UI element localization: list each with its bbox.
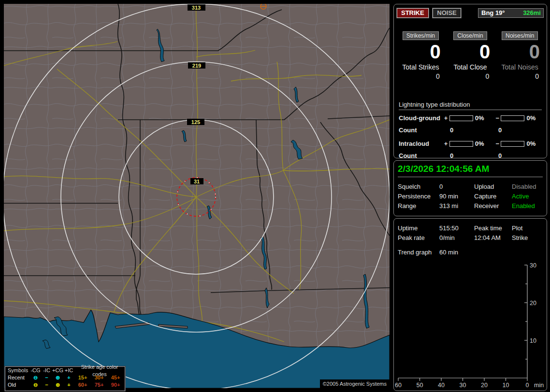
trend-graph-window: 60 min [439,248,474,257]
ring-label-125: 125 [191,119,200,125]
plot-label: Plot [512,224,544,233]
x-tick-30: 30 [460,382,466,389]
bearing-display: Bng 19° 326mi [478,8,544,18]
cg-minus-bar [501,115,524,121]
persistence-label: Persistence [398,192,439,201]
status-panel: STRIKE NOISE Bng 19° 326mi Strikes/min 0… [393,0,547,392]
capture-status: Active [512,192,544,201]
upload-status: Disabled [512,182,544,192]
cg-plus-pct: 0% [475,114,491,122]
close-per-min-value: 0 [446,41,495,62]
y-tick-20: 20 [530,300,536,307]
age-code-15: 15+ [74,374,91,381]
range-label: Range [398,201,439,211]
age-code-75: 75+ [91,381,107,389]
distribution-title: Lightning type distribution [399,101,542,110]
datetime-display: 2/3/2026 12:04:56 AM [398,164,543,177]
legend-header-neg-ic: -IC [41,367,52,374]
old-pos-cg-icon: ⊕ [52,381,63,389]
trend-box: Uptime 515:50 Peak time Plot Peak rate 0… [393,218,547,391]
x-tick-50: 50 [417,382,423,389]
strikes-per-min-chip: Strikes/min [403,31,439,40]
peak-rate-label: Peak rate [398,233,439,243]
cg-plus-count: 0 [450,126,498,134]
y-tick-30: 30 [530,263,536,269]
old-neg-ic-icon: − [41,381,52,389]
settings-row: Persistence 90 min Capture Active [398,192,544,201]
ic-plus-pct: 0% [475,140,491,147]
bearing-range-value: 326mi [523,9,541,17]
copyright-text: ©2005 Astrogenic Systems [320,379,390,388]
capture-label: Capture [474,192,512,201]
legend-header-pos-ic: +IC [63,367,74,374]
age-code-60: 60+ [74,381,91,389]
legend-row-recent-label: Recent [5,374,30,381]
legend-header-neg-cg: -CG [30,367,41,374]
ic-plus-bar [449,141,473,147]
lightning-map: 313 219 125 31 Symbols -CG -IC +CG +IC S… [4,4,390,388]
total-close-value: 0 [446,72,495,80]
total-strikes-label: Total Strikes [396,63,446,71]
noises-per-min-chip: Noises/min [502,31,538,40]
peak-time-value: 12:04 AM [474,233,512,243]
x-tick-10: 10 [503,382,509,389]
squelch-label: Squelch [398,182,439,192]
x-tick-20: 20 [481,382,488,389]
noises-per-min-column: Noises/min 0 Total Noises 0 [495,31,545,80]
lightning-distribution-section: Lightning type distribution Cloud-ground… [399,101,542,161]
ic-minus-pct: 0% [526,140,542,147]
x-tick-60: 60 [395,382,402,389]
ic-minus-bar [501,141,524,147]
cg-minus-pct: 0% [526,114,542,122]
recent-pos-ic-icon: + [63,374,74,381]
uptime-value: 515:50 [439,224,474,233]
bearing-value: Bng 19° [481,9,505,17]
cg-count-label: Count [399,126,450,134]
old-neg-cg-icon: ⊖ [30,381,41,389]
age-code-45: 45+ [107,374,124,381]
y-tick-10: 10 [530,337,536,344]
ic-minus-count: 0 [498,152,537,159]
status-row: Peak rate 0/min 12:04 AM Strike [398,233,544,243]
strikes-per-min-column: Strikes/min 0 Total Strikes 0 [396,31,446,80]
ring-label-31: 31 [194,179,200,184]
strike-toggle-button[interactable]: STRIKE [397,8,429,18]
receiver-label: Receiver [474,201,512,211]
noise-toggle-button[interactable]: NOISE [433,8,461,18]
uptime-label: Uptime [398,224,439,233]
old-pos-ic-icon: + [63,381,74,389]
legend-header-pos-cg: +CG [52,367,63,374]
range-value: 313 mi [439,201,474,211]
receiver-status: Enabled [512,201,544,211]
legend-row-old-label: Old [5,381,30,389]
ic-minus-sign: − [494,140,501,147]
cg-minus-sign: − [494,114,501,122]
trend-graph-label: Trend graph [398,248,439,257]
x-tick-40: 40 [438,382,445,389]
peak-time-label: Peak time [474,224,512,233]
symbol-legend: Symbols -CG -IC +CG +IC Strike age color… [5,366,125,391]
legend-header-symbols: Symbols [5,367,30,374]
noises-per-min-value: 0 [495,41,545,62]
settings-row: Squelch 0 Upload Disabled [398,182,544,192]
cg-plus-bar [449,115,473,121]
plot-mode-value: Strike [512,233,544,243]
close-per-min-chip: Close/min [453,31,487,40]
recent-neg-cg-icon: ⊖ [30,374,41,381]
counters-box: STRIKE NOISE Bng 19° 326mi Strikes/min 0… [393,4,547,158]
total-noises-value: 0 [495,72,545,80]
total-noises-label: Total Noises [495,63,545,71]
status-row: Uptime 515:50 Peak time Plot [398,224,544,233]
recent-neg-ic-icon: − [41,374,52,381]
peak-rate-value: 0/min [439,233,474,243]
strikes-per-min-value: 0 [396,41,446,62]
ic-count-label: Count [399,152,450,159]
x-axis-unit: min [534,382,544,389]
squelch-value: 0 [439,182,474,192]
trend-graph: 30 20 10 60 50 40 30 20 10 0 min [394,263,547,390]
cg-plus-sign: + [443,114,449,122]
age-code-90: 90+ [107,381,124,389]
cg-minus-count: 0 [498,126,537,134]
ic-plus-sign: + [443,140,449,147]
upload-label: Upload [474,182,512,192]
